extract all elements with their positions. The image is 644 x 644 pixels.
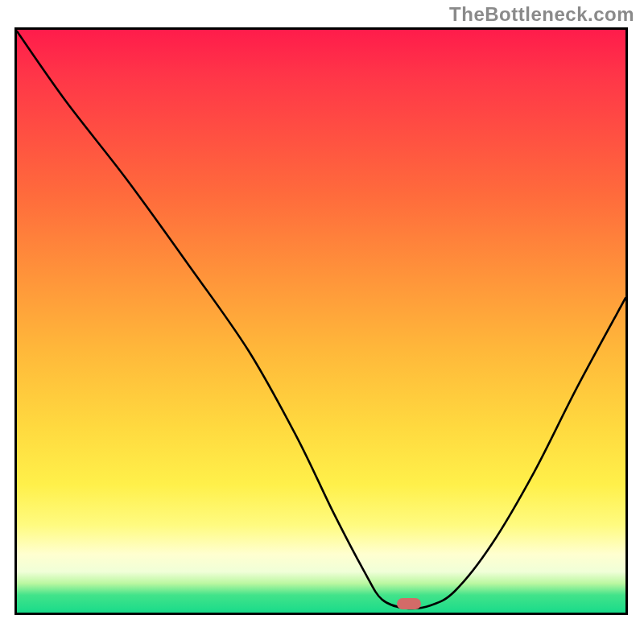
chart-container: TheBottleneck.com (0, 0, 644, 644)
watermark-label: TheBottleneck.com (449, 3, 634, 26)
optimal-marker (397, 598, 421, 609)
bottleneck-curve (17, 30, 625, 613)
plot-area (17, 30, 625, 613)
